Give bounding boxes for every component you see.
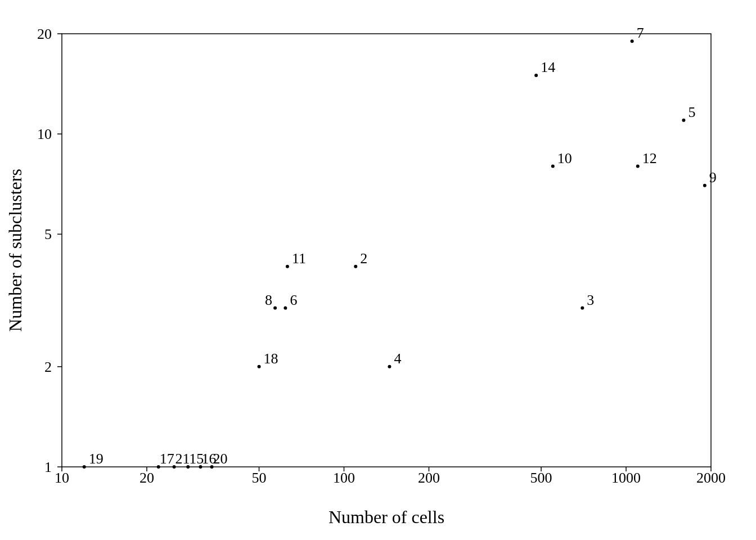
svg-point-28 [83,465,86,469]
point-label-9: 9 [709,169,717,186]
point-label-19: 19 [89,451,104,467]
svg-text:20: 20 [140,470,154,486]
point-label-3: 3 [587,292,594,308]
svg-point-37 [286,265,289,268]
svg-text:10: 10 [37,126,52,142]
svg-point-35 [273,307,277,310]
chart-container: 102050100200500100020001251020Number of … [0,0,756,540]
point-label-12: 12 [642,150,657,166]
svg-text:5: 5 [44,226,52,242]
svg-text:2000: 2000 [696,470,726,486]
point-label-14: 14 [541,59,555,75]
point-label-2: 2 [360,250,367,267]
svg-point-36 [284,307,287,310]
svg-text:100: 100 [333,470,355,486]
point-label-6: 6 [290,292,297,308]
x-axis-label: Number of cells [328,507,444,527]
svg-text:500: 500 [530,470,552,486]
point-label-10: 10 [557,150,572,166]
svg-point-39 [388,365,391,368]
svg-point-45 [682,119,685,122]
point-label-4: 4 [394,350,401,367]
point-label-8: 8 [265,292,272,308]
svg-text:1000: 1000 [611,470,641,486]
point-label-7: 7 [637,25,644,41]
svg-point-43 [631,39,634,43]
svg-text:20: 20 [37,26,52,42]
point-label-18: 18 [264,350,278,367]
svg-point-40 [534,74,538,77]
point-label-20: 20 [213,451,228,467]
svg-point-38 [354,265,357,268]
point-label-11: 11 [292,250,306,267]
svg-text:2: 2 [44,359,52,375]
svg-point-34 [258,365,261,368]
svg-point-44 [636,165,640,168]
point-label-5: 5 [688,104,695,120]
svg-point-41 [551,165,555,168]
svg-text:50: 50 [252,470,267,486]
svg-point-46 [703,184,706,187]
svg-text:200: 200 [418,470,440,486]
y-axis-label: Number of subclusters [5,169,25,332]
svg-text:10: 10 [55,470,69,486]
point-label-17: 17 [160,451,174,467]
scatter-plot: 102050100200500100020001251020Number of … [0,0,756,540]
svg-point-42 [580,307,584,310]
svg-rect-1 [62,34,711,467]
point-label-21: 21 [176,451,190,467]
svg-text:1: 1 [44,459,52,475]
